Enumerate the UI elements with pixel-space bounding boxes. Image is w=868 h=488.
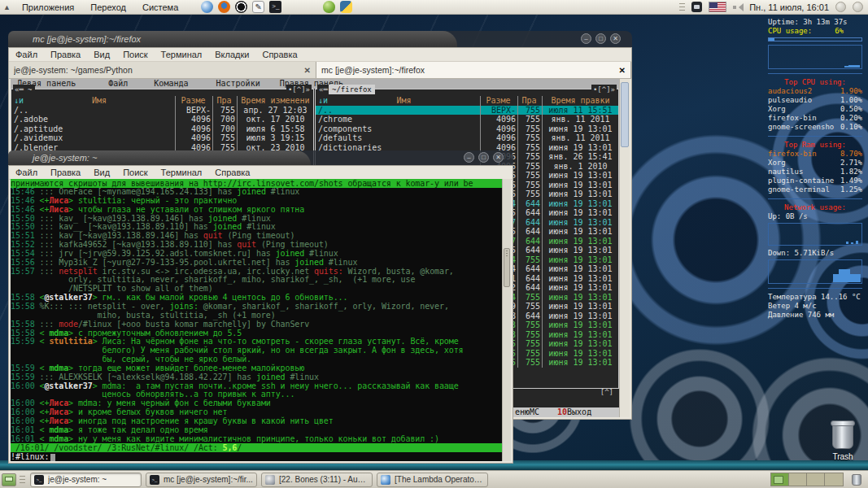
conky-top-ram-title: Top Ram using:	[768, 141, 862, 150]
file-mtime: июля 11 15:51	[542, 106, 618, 115]
file-row[interactable]: /components4096755июня 19 13:01	[316, 124, 618, 134]
power-icon[interactable]	[853, 2, 863, 12]
sort-indicator: ↓и	[14, 96, 24, 106]
file-row[interactable]: /defaults4096755янв. 11 2011	[316, 133, 618, 143]
mc-titlebar-tab[interactable]: mc [je@je-system]:~/firefox	[8, 31, 457, 47]
irc-menu-item[interactable]: Поиск	[116, 168, 154, 177]
header-name-label: Имя	[24, 96, 175, 106]
frame-deco-right: •[^]»	[286, 85, 312, 94]
mc-menu-item[interactable]: Терминал	[155, 50, 209, 59]
media-launcher-icon[interactable]	[235, 1, 247, 13]
tray-handle-icon[interactable]	[679, 3, 685, 11]
header-time-col[interactable]: Время правки	[542, 96, 618, 106]
mc-keybar-exit[interactable]: 10Выход	[557, 407, 591, 417]
file-perm: 755	[517, 330, 542, 340]
frame-deco-left: «═	[317, 85, 329, 94]
irc-scrollbar[interactable]	[502, 179, 511, 461]
taskbar-trash-icon[interactable]	[852, 474, 861, 486]
file-name: /..	[11, 106, 175, 115]
panel-menu-Система[interactable]: Система	[134, 0, 186, 15]
maximize-icon[interactable]: □	[595, 33, 606, 44]
python-icon[interactable]	[340, 1, 352, 13]
header-perm-col[interactable]: Пра	[212, 96, 237, 106]
panel-clock[interactable]: Пн., 11 июля, 16:01	[749, 2, 829, 12]
header-name-col[interactable]: ↓иИмя	[11, 96, 175, 106]
header-time-col[interactable]: Время изменени	[237, 96, 313, 106]
irc-menu-item[interactable]: Вид	[87, 168, 116, 177]
mc-keybar-menu[interactable]: енюМС	[515, 407, 539, 417]
workspace-3[interactable]	[807, 473, 825, 486]
minimize-icon[interactable]: –	[464, 152, 474, 163]
mc-menu-item[interactable]: Вкладки	[208, 50, 255, 59]
terminal-launcher-icon[interactable]: >_	[269, 1, 281, 13]
tab-games-python[interactable]: je@je-system: ~/games/Python ✕	[9, 62, 316, 78]
minimize-icon[interactable]: –	[581, 33, 591, 44]
browser-launcher-icon[interactable]	[201, 1, 213, 13]
file-name: /.adobe	[11, 115, 175, 124]
file-name: /..	[316, 106, 480, 115]
file-row[interactable]: /..ВЕРХ-755июля 11 15:51	[316, 106, 618, 115]
trash-desktop-icon[interactable]: Trash	[818, 423, 867, 461]
file-row[interactable]: /chrome4096755янв. 11 2011	[316, 115, 618, 124]
file-name: /.avidemux	[11, 133, 175, 143]
irc-titlebar-tab[interactable]: je@je-system: ~	[8, 150, 311, 165]
mc-panel-path[interactable]: ~	[24, 85, 35, 94]
file-row[interactable]: /.aptitude4096700июля 6 15:58	[11, 124, 313, 134]
header-name-col[interactable]: ↓иИмя	[316, 96, 480, 106]
show-desktop-button[interactable]	[2, 473, 16, 486]
irc-menu-item[interactable]: Справка	[208, 168, 256, 177]
task-button[interactable]: [The Lambda Operator - ...	[377, 473, 488, 487]
lock-screen-icon[interactable]	[835, 2, 846, 12]
file-perm: 755	[517, 255, 542, 265]
file-row[interactable]: /..ВЕРХ-755апр. 27 12:03	[11, 106, 313, 115]
mc-panel-path[interactable]: ~/firefox	[329, 85, 375, 94]
tab-mc-firefox[interactable]: mc [je@je-system]:~/firefox ✕	[316, 62, 631, 78]
panel-menu-Переход[interactable]: Переход	[82, 0, 134, 15]
mc-menu-item[interactable]: Вид	[87, 50, 116, 59]
file-mtime: июня 19 13:01	[542, 124, 618, 134]
header-size-col[interactable]: Разме	[480, 96, 517, 106]
apple-icon[interactable]	[323, 1, 335, 13]
mc-scrollbar[interactable]	[619, 79, 630, 417]
browser2-launcher-icon[interactable]	[218, 1, 230, 13]
close-icon[interactable]: ✕	[610, 33, 621, 44]
header-size-col[interactable]: Разме	[175, 96, 212, 106]
editor-launcher-icon[interactable]: ✎	[252, 1, 264, 13]
file-perm: 644	[517, 199, 542, 209]
irc-menu-item[interactable]: Файл	[9, 168, 44, 177]
workspace-1[interactable]	[771, 473, 789, 486]
irc-menu-item[interactable]: Терминал	[155, 168, 209, 177]
volume-icon[interactable]	[733, 3, 743, 11]
workspace-pager[interactable]	[770, 473, 844, 486]
panel-menu-Приложения[interactable]: Приложения	[14, 0, 82, 15]
tray-app-icon[interactable]	[691, 2, 702, 12]
mc-menu-item[interactable]: Правка	[44, 50, 87, 59]
keyboard-layout-flag-icon[interactable]	[709, 2, 726, 12]
trash-icon[interactable]	[832, 423, 853, 449]
mc-menu-item[interactable]: Файл	[9, 50, 44, 59]
irc-scrollbar-thumb[interactable]	[504, 248, 510, 287]
task-button[interactable]: >_mc [je@je-system]:~/fir...	[146, 473, 257, 487]
header-perm-col[interactable]: Пра	[517, 96, 542, 106]
file-row[interactable]: /.avidemux4096755июля 3 19:15	[11, 133, 313, 143]
task-button[interactable]: [22. Bones (3:11) - Auda...	[261, 473, 373, 487]
file-mtime: июня 19 13:01	[542, 264, 618, 274]
file-row[interactable]: /.adobe4096700окт. 17 2010	[11, 115, 313, 124]
irc-terminal-screen[interactable]: принимаются скришоты для вывешивания на …	[11, 179, 502, 461]
irc-menu-item[interactable]: Правка	[44, 168, 87, 177]
mc-menu-item[interactable]: Поиск	[116, 50, 154, 59]
task-button[interactable]: >_je@je-system: ~	[30, 473, 142, 487]
eject-icon[interactable]: ▲	[0, 3, 14, 11]
file-mtime: июня 19 13:01	[542, 190, 618, 199]
file-size: ВЕРХ-	[175, 106, 212, 115]
mc-scrollbar-thumb[interactable]	[621, 82, 629, 147]
workspace-4[interactable]	[825, 473, 843, 486]
mc-menu-item[interactable]: Справка	[255, 50, 303, 59]
irc-input-line[interactable]: !#linux:	[11, 452, 502, 461]
tab-close-icon[interactable]: ✕	[304, 66, 311, 75]
close-icon[interactable]: ✕	[493, 152, 504, 163]
workspace-2[interactable]	[789, 473, 807, 486]
maximize-icon[interactable]: □	[478, 152, 489, 163]
header-name-label: Имя	[328, 96, 480, 106]
tab-close-icon[interactable]: ✕	[619, 66, 626, 75]
